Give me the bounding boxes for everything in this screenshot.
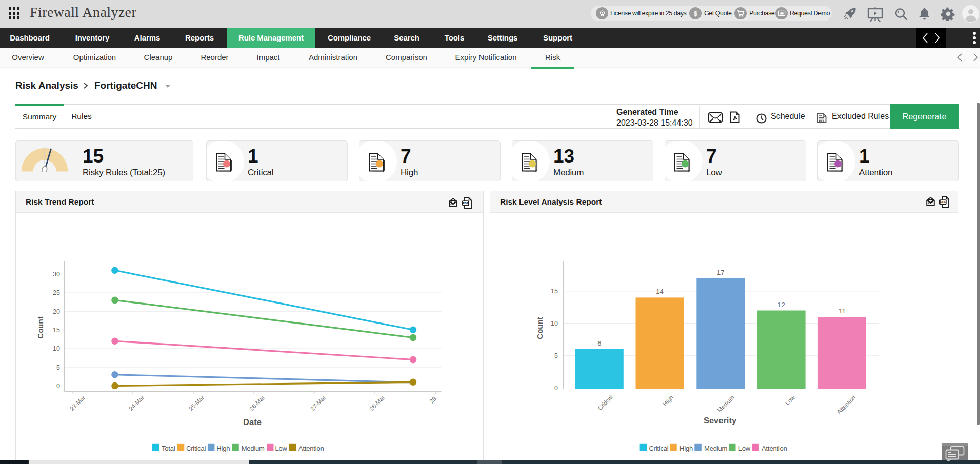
svg-text:High: High <box>679 445 693 452</box>
svg-text:Total: Total <box>162 445 175 452</box>
svg-text:28-Mar: 28-Mar <box>368 394 386 412</box>
svg-text:17: 17 <box>717 269 724 276</box>
svg-text:0: 0 <box>554 385 558 392</box>
svg-text:5: 5 <box>554 352 558 359</box>
svg-text:27-Mar: 27-Mar <box>309 394 327 412</box>
svg-text:Critical: Critical <box>186 445 206 452</box>
svg-text:10: 10 <box>551 320 558 327</box>
svg-text:25-Mar: 25-Mar <box>188 394 205 412</box>
svg-text:Medium: Medium <box>242 445 265 452</box>
svg-text:29..: 29.. <box>428 393 439 405</box>
svg-text:Critical: Critical <box>649 445 668 452</box>
svg-text:Low: Low <box>784 394 796 406</box>
svg-text:Date: Date <box>243 417 262 427</box>
svg-text:26-Mar: 26-Mar <box>248 394 266 412</box>
svg-text:20: 20 <box>53 308 60 315</box>
svg-text:$: $ <box>694 10 697 17</box>
svg-text:Low: Low <box>275 445 288 452</box>
svg-text:23-Mar: 23-Mar <box>69 394 86 412</box>
svg-text:Attention: Attention <box>298 445 324 452</box>
svg-text:6: 6 <box>597 339 601 347</box>
svg-text:25: 25 <box>53 289 60 296</box>
svg-text:5: 5 <box>56 364 60 371</box>
svg-text:12: 12 <box>777 301 785 309</box>
svg-text:Medium: Medium <box>716 394 735 413</box>
svg-text:Severity: Severity <box>704 416 737 425</box>
svg-text:High: High <box>216 445 230 452</box>
svg-text:Count: Count <box>535 317 544 339</box>
svg-text:Count: Count <box>36 316 45 338</box>
svg-text:24-Mar: 24-Mar <box>128 394 145 412</box>
svg-text:Medium: Medium <box>704 445 727 452</box>
svg-text:14: 14 <box>656 288 663 295</box>
svg-text:High: High <box>662 394 674 407</box>
svg-text:30: 30 <box>53 271 60 278</box>
svg-text:15: 15 <box>551 288 558 295</box>
svg-text:Low: Low <box>738 445 751 452</box>
svg-text:11: 11 <box>838 307 846 315</box>
svg-text:Attention: Attention <box>836 394 857 415</box>
svg-text:0: 0 <box>56 382 60 390</box>
svg-text:Critical: Critical <box>597 394 614 411</box>
svg-text:Attention: Attention <box>762 445 787 452</box>
svg-text:15: 15 <box>53 327 60 334</box>
svg-text:10: 10 <box>53 345 60 352</box>
